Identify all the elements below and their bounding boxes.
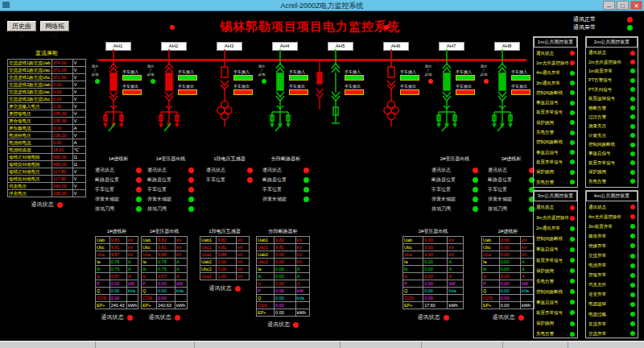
signal-row: 1m允许遥控操作 bbox=[536, 58, 575, 68]
status-group-title: 1#变压器出线 bbox=[147, 155, 194, 163]
dc-row-value: 117.80 bbox=[52, 168, 73, 175]
alarm-dot-icon bbox=[170, 25, 175, 30]
signal-led bbox=[570, 268, 575, 273]
signal-row: 事故总信号 bbox=[588, 149, 635, 158]
feeder-breaker-symbol[interactable] bbox=[435, 49, 459, 152]
comm-status-led bbox=[57, 202, 63, 208]
dc-table-row: 电池组电压 238.20 V bbox=[8, 132, 85, 139]
dc-row-label: 电池组温度 bbox=[8, 147, 52, 153]
status-led bbox=[247, 168, 253, 173]
dc-row-value: 18.60 bbox=[52, 147, 73, 153]
signal-row: 装置异常信号 bbox=[536, 157, 575, 167]
panel-title: 4m公共测控装置 bbox=[586, 191, 638, 201]
status-group-pt1: 1段电压互感器 通讯状态手车位置 bbox=[206, 155, 253, 184]
remote-local-label: 远方/ 就地 bbox=[146, 64, 155, 77]
dc-table-row: 电池组电流 0.00 A bbox=[8, 139, 85, 147]
status-row: 弹簧未储能 bbox=[95, 194, 142, 204]
cart-in-label: 手车插入 bbox=[456, 69, 478, 74]
feeder-breaker-symbol[interactable] bbox=[101, 49, 126, 152]
dc-row-label: 母线负对地电阻 bbox=[8, 161, 52, 168]
legend-abnormal-label: 通讯异常 bbox=[573, 23, 596, 31]
signal-led bbox=[630, 97, 635, 102]
network-topology-button[interactable]: 网络拓扑 bbox=[40, 21, 69, 31]
cart-out-label: 手车拔出 bbox=[289, 84, 312, 89]
status-bar bbox=[0, 341, 644, 348]
table-title: 分段断路器柜 bbox=[256, 228, 310, 235]
signal-led bbox=[630, 292, 635, 297]
dc-row-unit: V bbox=[73, 89, 85, 95]
history-curve-button[interactable]: 历史曲线 bbox=[7, 21, 36, 31]
close-button[interactable]: ✕ bbox=[630, 1, 642, 10]
dc-table-row: 母线负对地电阻 999.00 Ω bbox=[8, 161, 85, 168]
status-row: 接地刀闸 bbox=[431, 204, 478, 213]
maximize-button[interactable]: □ bbox=[617, 1, 629, 10]
signal-led bbox=[570, 310, 575, 315]
truck-breaker-symbol[interactable] bbox=[324, 49, 348, 152]
cart-out-label: 手车拔出 bbox=[178, 84, 200, 89]
comm-status-label: 通讯状态 bbox=[101, 313, 124, 321]
table-row: Ic0.00A bbox=[482, 273, 534, 280]
pt-symbol[interactable] bbox=[379, 49, 403, 152]
dc-row-unit: V bbox=[73, 110, 85, 117]
dc-row-value: 235.00 bbox=[52, 190, 73, 197]
feeder-breaker-symbol[interactable] bbox=[157, 49, 181, 152]
pt-symbol[interactable] bbox=[213, 49, 237, 152]
window-titlebar: Acrel-2000Z电力监控系统 – □ ✕ bbox=[0, 0, 644, 11]
feeder-breaker-symbol[interactable] bbox=[268, 49, 292, 152]
feeder-breaker-symbol[interactable] bbox=[490, 49, 514, 152]
remote-local-label: 远方/ 就地 bbox=[257, 64, 266, 77]
signal-led bbox=[570, 237, 575, 242]
panel-title: 1m公共测控装置 bbox=[534, 37, 577, 48]
minimize-button[interactable]: – bbox=[603, 1, 615, 10]
table-row: Ia0.00A bbox=[403, 259, 463, 266]
cart-indicators: 手车插入 手车拔出 bbox=[178, 69, 200, 98]
dc-row-unit: A bbox=[73, 125, 85, 131]
table-row: Ubc0.00kV bbox=[403, 244, 463, 251]
dc-row-unit: V bbox=[73, 81, 85, 88]
dc-row-value: 371.50 bbox=[52, 74, 73, 81]
signal-led bbox=[630, 78, 635, 83]
status-group-title: 1段电压互感器 bbox=[206, 155, 253, 163]
signal-row: 装置故障信号 bbox=[588, 94, 635, 103]
table-row: Uca19.88kV bbox=[200, 251, 249, 259]
comm-status-label: 通讯状态 bbox=[418, 313, 440, 321]
signal-row: 失电告警 bbox=[536, 276, 575, 287]
dc-measurement-table: 交流进线1路交流Uab 374.00 V 交流进线1路交流Uac 371.00 … bbox=[7, 59, 86, 197]
dc-table-row: 电池组温度 18.60 ℃ bbox=[8, 147, 85, 154]
cart-in-label: 手车插入 bbox=[400, 69, 423, 74]
signal-row: 4m允许遥控操作 bbox=[588, 212, 635, 222]
cart-in-indicator bbox=[289, 75, 308, 81]
signal-row: 装置异常信号 bbox=[588, 159, 635, 168]
status-row: 通讯状态 bbox=[95, 165, 142, 175]
comm-status-label: 通讯状态 bbox=[267, 321, 290, 329]
cart-indicators: 手车插入 手车拔出 bbox=[511, 69, 534, 98]
signal-row: 保护跳闸 bbox=[588, 168, 635, 176]
cart-in-indicator bbox=[233, 75, 253, 81]
table-row: Ib0.79A bbox=[96, 266, 138, 273]
status-row: 通讯状态 bbox=[488, 165, 535, 175]
cart-out-indicator bbox=[400, 89, 419, 95]
cart-out-indicator bbox=[233, 89, 253, 95]
dc-row-value: 0.00 bbox=[52, 96, 73, 102]
signal-row: 事故总信号 bbox=[536, 297, 575, 308]
table-row: Ubc20.00kV bbox=[200, 266, 249, 273]
dc-row-label: 交流进线1路交流Uab bbox=[8, 60, 52, 66]
signal-led bbox=[570, 101, 575, 106]
remote-local-indicator bbox=[95, 79, 100, 84]
dc-row-label: 均充电压 bbox=[8, 183, 52, 189]
status-row: 弹簧未储能 bbox=[488, 194, 535, 204]
dc-table-row: 交流进线1路交流Uab 374.00 V bbox=[8, 60, 85, 67]
status-led bbox=[473, 168, 478, 173]
cart-in-label: 手车插入 bbox=[122, 69, 145, 74]
dc-row-value: 999.00 bbox=[52, 154, 73, 160]
cart-indicators: 手车插入 手车拔出 bbox=[345, 69, 367, 98]
dc-row-unit: V bbox=[73, 103, 85, 110]
signal-led bbox=[630, 51, 635, 56]
signal-led bbox=[630, 224, 635, 229]
comm-status-label: 通讯状态 bbox=[31, 201, 54, 209]
table-row: P0.00kW bbox=[96, 280, 138, 288]
dc-row-unit: V bbox=[73, 96, 85, 102]
table-row: Ubc9.81kV bbox=[142, 244, 187, 251]
table-title: 2#变压器出线 bbox=[402, 228, 464, 235]
table-row: Ic0.87A bbox=[96, 273, 138, 280]
